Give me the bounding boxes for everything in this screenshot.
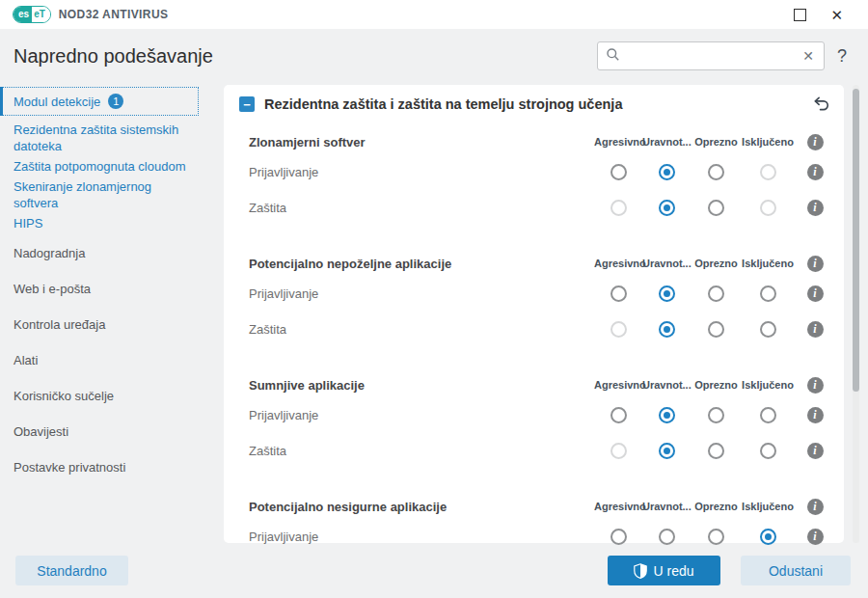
sidebar-item-zastita-cloudom[interactable]: Zaštita potpomognuta cloudom: [0, 158, 224, 175]
radio-normal[interactable]: [708, 529, 724, 545]
content-panel: − Rezidentna zaštita i zaštita na temelj…: [224, 85, 844, 543]
radio-normal[interactable]: [760, 285, 776, 302]
radio-disabled[interactable]: [760, 200, 776, 216]
scrollbar-track[interactable]: [853, 85, 859, 543]
radio-cell: [691, 407, 742, 423]
column-header: Isključeno: [742, 136, 794, 148]
section-header-row: Potencijalno nepoželjne aplikacijeAgresi…: [239, 251, 836, 276]
radio-selected[interactable]: [760, 529, 776, 545]
info-cell: i: [794, 256, 836, 272]
radio-normal[interactable]: [610, 285, 627, 302]
sidebar-item-alati[interactable]: Alati: [0, 342, 224, 378]
radio-selected[interactable]: [659, 200, 675, 216]
close-icon[interactable]: ✕: [830, 8, 843, 22]
column-header: Isključeno: [742, 258, 794, 269]
settings-section: Potencijalno nesigurne aplikacijeAgresiv…: [239, 494, 836, 555]
sidebar-item-korisnicko-sucelje[interactable]: Korisničko sučelje: [0, 378, 224, 414]
radio-normal[interactable]: [760, 321, 776, 338]
radio-normal[interactable]: [708, 285, 724, 302]
section-title: Zlonamjerni softver: [239, 135, 594, 150]
sidebar-item-label: Rezidentna zaštita sistemskih datoteka: [14, 122, 178, 153]
section-title: Potencijalno nepoželjne aplikacije: [239, 257, 594, 271]
radio-cell: [594, 200, 642, 216]
info-cell: i: [794, 407, 836, 423]
radio-cell: [691, 529, 742, 545]
radio-cell: [742, 407, 794, 423]
info-icon[interactable]: i: [807, 377, 824, 394]
radio-normal[interactable]: [659, 529, 675, 545]
search-box[interactable]: ✕: [597, 41, 825, 70]
standard-button[interactable]: Standardno: [15, 556, 128, 585]
info-icon[interactable]: i: [807, 321, 824, 338]
sidebar-item-web-i-e-posta[interactable]: Web i e-pošta: [0, 271, 224, 307]
column-header: Oprezno: [691, 258, 742, 269]
radio-cell: [691, 164, 742, 180]
radio-disabled[interactable]: [610, 443, 627, 459]
page-title: Napredno podešavanje: [14, 45, 213, 68]
radio-selected[interactable]: [659, 285, 675, 302]
info-cell: i: [794, 164, 836, 180]
info-cell: i: [794, 285, 836, 302]
option-row: Prijavljivanjei: [239, 276, 836, 312]
info-icon[interactable]: i: [807, 164, 824, 180]
section-title: Sumnjive aplikacije: [239, 378, 594, 393]
settings-section: Potencijalno nepoželjne aplikacijeAgresi…: [239, 251, 836, 347]
radio-normal[interactable]: [610, 164, 627, 180]
sidebar-item-postavke-privatnosti[interactable]: Postavke privatnosti: [0, 449, 224, 485]
info-icon[interactable]: i: [807, 407, 824, 423]
radio-selected[interactable]: [659, 407, 675, 423]
scrollbar-thumb[interactable]: [853, 89, 859, 392]
column-header: Isključeno: [742, 501, 794, 512]
info-icon[interactable]: i: [807, 443, 824, 459]
radio-normal[interactable]: [610, 529, 627, 545]
ok-button[interactable]: U redu: [608, 556, 720, 585]
info-icon[interactable]: i: [807, 134, 824, 150]
sidebar-item-label: Kontrola uređaja: [14, 317, 105, 332]
column-header: Uravnot...: [642, 501, 691, 512]
sidebar-item-obavijesti[interactable]: Obavijesti: [0, 414, 224, 449]
column-header: Agresivno: [594, 501, 642, 512]
radio-normal[interactable]: [760, 407, 776, 423]
sidebar-item-hips[interactable]: HIPS: [0, 215, 224, 231]
radio-cell: [742, 200, 794, 216]
radio-cell: [642, 200, 691, 216]
radio-cell: [594, 407, 642, 423]
info-icon[interactable]: i: [807, 499, 824, 515]
content-title: Rezidentna zaštita i zaštita na temelju …: [264, 96, 812, 112]
sidebar-item-label: Zaštita potpomognuta cloudom: [14, 159, 186, 174]
cancel-button[interactable]: Odustani: [741, 556, 851, 585]
sidebar-item-nadogradnja[interactable]: Nadogradnja: [0, 235, 224, 271]
info-icon[interactable]: i: [807, 285, 824, 302]
search-icon: [606, 47, 620, 66]
radio-normal[interactable]: [708, 407, 724, 423]
radio-normal[interactable]: [708, 164, 724, 180]
sidebar-item-skeniranje-softvera[interactable]: Skeniranje zlonamjernog softvera: [0, 178, 224, 211]
sidebar-item-rezidentna-zastita[interactable]: Rezidentna zaštita sistemskih datoteka: [0, 122, 224, 154]
sidebar-item-kontrola-uredaja[interactable]: Kontrola uređaja: [0, 307, 224, 342]
option-row: Prijavljivanjei: [239, 397, 836, 433]
radio-cell: [642, 321, 691, 338]
radio-normal[interactable]: [708, 321, 724, 338]
radio-normal[interactable]: [760, 443, 776, 459]
sidebar-item-modul-detekcije[interactable]: Modul detekcije1: [0, 87, 199, 116]
maximize-icon[interactable]: [794, 9, 806, 21]
radio-selected[interactable]: [659, 164, 675, 180]
info-icon[interactable]: i: [807, 200, 824, 216]
clear-search-icon[interactable]: ✕: [800, 48, 816, 64]
radio-selected[interactable]: [659, 321, 675, 338]
undo-icon[interactable]: [812, 95, 830, 114]
collapse-icon[interactable]: −: [239, 96, 255, 112]
radio-cell: [594, 164, 642, 180]
option-row: Prijavljivanjei: [239, 519, 836, 555]
radio-disabled[interactable]: [610, 321, 627, 338]
info-icon[interactable]: i: [807, 529, 824, 545]
search-input[interactable]: [620, 48, 800, 65]
radio-disabled[interactable]: [760, 164, 776, 180]
radio-selected[interactable]: [659, 443, 675, 459]
radio-normal[interactable]: [610, 407, 627, 423]
info-icon[interactable]: i: [807, 256, 824, 272]
radio-normal[interactable]: [708, 200, 724, 216]
radio-normal[interactable]: [708, 443, 724, 459]
radio-disabled[interactable]: [610, 200, 627, 216]
help-icon[interactable]: ?: [837, 46, 847, 67]
